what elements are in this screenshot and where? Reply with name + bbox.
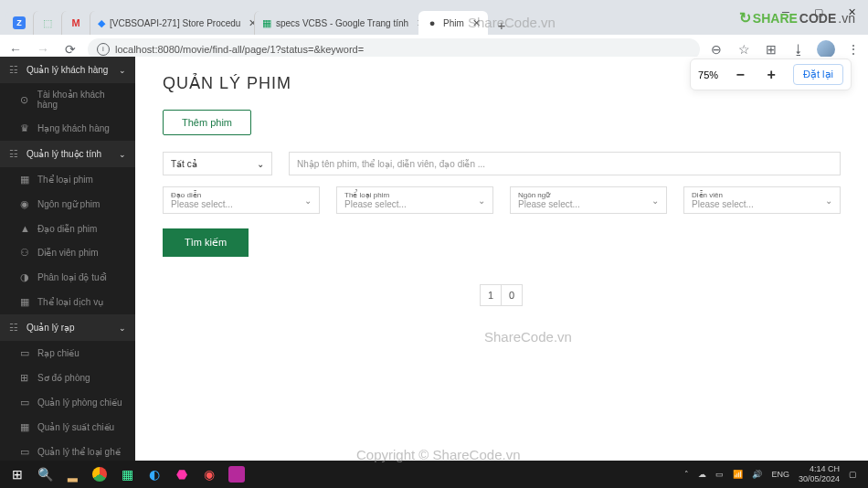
tray-chevron-icon[interactable]: ˄: [684, 470, 689, 479]
notifications-icon[interactable]: ▢: [849, 470, 857, 479]
zoom-popup: 75% − + Đặt lại: [690, 58, 852, 90]
new-tab-button[interactable]: +: [492, 15, 512, 35]
zoom-level: 75%: [698, 69, 718, 80]
browser-tab-active[interactable]: ●Phim✕: [418, 11, 488, 35]
wifi-icon[interactable]: 📶: [733, 470, 743, 479]
chevron-down-icon: ⌄: [119, 150, 126, 159]
sharecode-logo: ↻ SHARECODE.vn: [739, 9, 855, 27]
add-movie-button[interactable]: Thêm phim: [163, 110, 251, 135]
filter-row: Đạo diễnPlease select...⌄Thể loại phimPl…: [163, 186, 841, 214]
sidebar-group[interactable]: ☷Quản lý khách hàng⌄: [0, 57, 135, 83]
search-button[interactable]: Tìm kiếm: [163, 228, 249, 257]
item-icon: ◉: [20, 198, 32, 210]
app-icon[interactable]: ◐: [141, 461, 168, 488]
item-icon: ▭: [20, 397, 32, 408]
sidebar-group[interactable]: ☷Quản lý rạp⌄: [0, 314, 135, 341]
search-taskbar[interactable]: 🔍: [31, 461, 58, 488]
page-button[interactable]: 0: [501, 284, 523, 306]
chevron-down-icon: ⌄: [119, 324, 126, 333]
sidebar-item[interactable]: ♛Hạng khách hàng: [0, 116, 135, 141]
zoom-in-button[interactable]: +: [762, 66, 780, 84]
chrome-taskbar[interactable]: [86, 461, 113, 488]
chevron-down-icon: ⌄: [304, 196, 312, 206]
sidebar-item[interactable]: ◑Phân loại độ tuổi: [0, 265, 135, 290]
start-button[interactable]: ⊞: [4, 461, 31, 488]
item-icon: ⊞: [20, 372, 32, 384]
zoom-out-button[interactable]: −: [731, 66, 749, 84]
close-tab-icon[interactable]: ✕: [472, 17, 481, 29]
sidebar-item[interactable]: ▦Thể loại phim: [0, 167, 135, 192]
file-explorer[interactable]: ▂: [58, 461, 86, 488]
taskbar: ⊞ 🔍 ▂ ▦ ◐ ⬣ ◉ ˄ ☁ ▭ 📶 🔊 ENG 4:14 CH 30/0…: [0, 461, 868, 488]
browser-tab[interactable]: ▦specs VCBS - Google Trang tính✕: [254, 11, 418, 35]
main-content: QUẢN LÝ PHIM Thêm phim Tất cả ⌄ Nhập tên…: [135, 57, 868, 461]
sidebar-item[interactable]: ▲Đạo diễn phim: [0, 217, 135, 240]
filter-select[interactable]: Diễn viênPlease select...⌄: [683, 186, 841, 214]
item-icon: ♛: [20, 122, 32, 134]
item-icon: ◑: [20, 271, 32, 283]
item-icon: ▦: [20, 296, 32, 308]
sidebar-item[interactable]: ▭Quản lý thể loại ghế: [0, 440, 135, 461]
group-icon: ☷: [9, 322, 21, 334]
sidebar-item[interactable]: ⊙Tài khoản khách hàng: [0, 83, 135, 116]
chevron-down-icon: ⌄: [257, 159, 264, 169]
app-icon[interactable]: [228, 466, 245, 483]
status-select[interactable]: Tất cả ⌄: [163, 152, 272, 175]
sidebar: ☷Quản lý khách hàng⌄⊙Tài khoản khách hàn…: [0, 57, 135, 461]
item-icon: ▦: [20, 174, 32, 186]
sidebar-item[interactable]: ▭Rạp chiếu: [0, 341, 135, 366]
sidebar-item[interactable]: ⊞Sơ đồ phòng: [0, 366, 135, 390]
item-icon: ▲: [20, 223, 32, 234]
app-icon[interactable]: ⬣: [168, 461, 196, 488]
app-icon[interactable]: ▦: [113, 461, 141, 488]
zoom-indicator-icon[interactable]: ⊖: [707, 40, 725, 58]
pagination: 10: [163, 284, 841, 306]
browser-tab[interactable]: ⬚: [33, 11, 61, 35]
filter-select[interactable]: Ngôn ngữPlease select...⌄: [510, 186, 667, 214]
logo-icon: ↻: [739, 9, 751, 27]
sidebar-item[interactable]: ▦Thể loại dịch vụ: [0, 290, 135, 314]
battery-icon[interactable]: ▭: [715, 470, 724, 479]
site-info-icon[interactable]: i: [97, 43, 110, 56]
sidebar-item[interactable]: ◉Ngôn ngữ phim: [0, 192, 135, 217]
url-text: localhost:8080/movie/find-all/page/1?sta…: [115, 44, 364, 55]
filter-select[interactable]: Đạo diễnPlease select...⌄: [163, 186, 320, 214]
bookmark-icon[interactable]: ☆: [735, 40, 753, 58]
volume-icon[interactable]: 🔊: [752, 470, 762, 479]
download-icon[interactable]: ⭳: [789, 40, 808, 58]
chevron-down-icon: ⌄: [119, 66, 126, 75]
sidebar-item[interactable]: ▦Quản lý suất chiếu: [0, 415, 135, 440]
chevron-down-icon: ⌄: [825, 196, 832, 206]
sidebar-item[interactable]: ⚇Diễn viên phim: [0, 240, 135, 265]
clock[interactable]: 4:14 CH 30/05/2024: [799, 464, 840, 484]
app-icon[interactable]: ◉: [196, 461, 223, 488]
language-indicator[interactable]: ENG: [771, 470, 789, 479]
page-button[interactable]: 1: [480, 284, 502, 306]
group-icon: ☷: [9, 64, 21, 76]
tab-strip: Z ⬚ M ◆[VCBSOAPI-271] Store Procedu✕ ▦sp…: [0, 7, 868, 35]
profile-avatar[interactable]: [817, 40, 835, 58]
item-icon: ⊙: [20, 94, 32, 106]
item-icon: ▭: [20, 446, 32, 458]
menu-icon[interactable]: ⋮: [844, 40, 863, 58]
cloud-icon[interactable]: ☁: [698, 470, 706, 479]
keyword-input[interactable]: Nhập tên phim, thể loại, diễn viên, đạo …: [289, 152, 841, 175]
item-icon: ⚇: [20, 247, 32, 259]
group-icon: ☷: [9, 148, 21, 160]
item-icon: ▦: [20, 421, 32, 433]
extensions-icon[interactable]: ⊞: [762, 40, 780, 58]
filter-select[interactable]: Thể loại phimPlease select...⌄: [336, 186, 493, 214]
sidebar-group[interactable]: ☷Quản lý thuộc tính⌄: [0, 141, 135, 167]
chevron-down-icon: ⌄: [651, 196, 659, 206]
browser-tab[interactable]: ◆[VCBSOAPI-271] Store Procedu✕: [90, 11, 254, 35]
item-icon: ▭: [20, 347, 32, 359]
zoom-reset-button[interactable]: Đặt lại: [793, 64, 843, 85]
browser-tab[interactable]: M: [61, 11, 90, 35]
chevron-down-icon: ⌄: [478, 196, 485, 206]
sidebar-item[interactable]: ▭Quản lý phòng chiếu: [0, 390, 135, 415]
browser-tab[interactable]: Z: [5, 11, 33, 35]
